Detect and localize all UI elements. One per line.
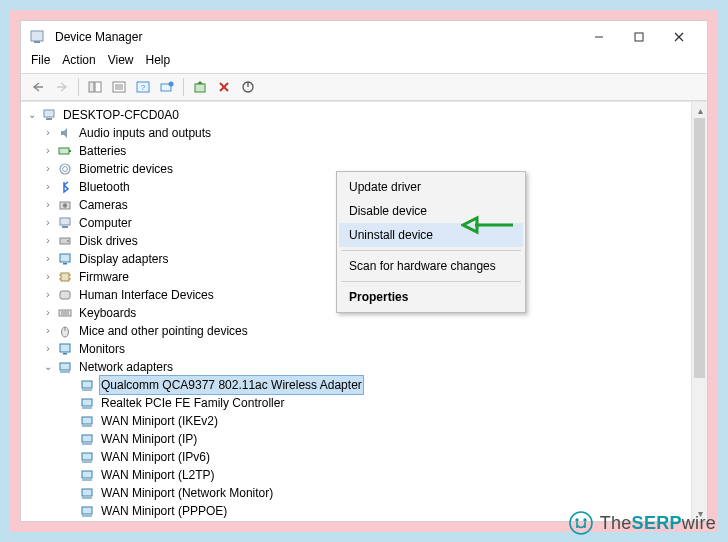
expand-icon[interactable]: › [41,288,55,302]
menu-help[interactable]: Help [146,53,171,67]
tree-device[interactable]: WAN Miniport (Network Monitor) [23,484,707,502]
category-label: Batteries [77,142,128,160]
svg-rect-60 [82,471,92,478]
expand-icon[interactable]: › [41,324,55,338]
tree-root[interactable]: ⌄ DESKTOP-CFCD0A0 [23,106,707,124]
expand-icon[interactable]: › [41,252,55,266]
network-adapter-icon [79,413,95,429]
network-adapter-icon [79,449,95,465]
spacer [63,504,77,518]
titlebar[interactable]: Device Manager [21,21,707,51]
tree-category-network-adapters[interactable]: ⌄ Network adapters [23,358,707,376]
menu-action[interactable]: Action [62,53,95,67]
network-adapter-icon [79,395,95,411]
forward-button[interactable] [51,77,73,97]
svg-rect-62 [82,489,92,496]
category-label: Bluetooth [77,178,132,196]
svg-rect-46 [60,344,70,352]
collapse-icon[interactable]: ⌄ [41,360,55,374]
svg-point-75 [575,518,578,521]
tree-device[interactable]: Qualcomm QCA9377 802.11ac Wireless Adapt… [23,376,707,394]
tree-category[interactable]: ›Audio inputs and outputs [23,124,707,142]
category-label: Biometric devices [77,160,175,178]
disable-device-button[interactable] [237,77,259,97]
expand-icon[interactable]: › [41,270,55,284]
tree-device[interactable]: WAN Miniport (IPv6) [23,448,707,466]
tree-device[interactable]: WAN Miniport (IP) [23,430,707,448]
scrollbar-thumb[interactable] [694,118,705,378]
expand-icon[interactable]: › [41,126,55,140]
expand-icon[interactable]: › [41,216,55,230]
computer-icon [41,107,57,123]
svg-rect-22 [46,118,52,120]
tree-device[interactable]: WAN Miniport (IKEv2) [23,412,707,430]
spacer [63,486,77,500]
help-button[interactable]: ? [132,77,154,97]
svg-point-74 [570,512,592,534]
scan-hardware-button[interactable] [156,77,178,97]
svg-rect-16 [195,84,205,92]
category-label: Display adapters [77,250,170,268]
collapse-icon[interactable]: ⌄ [25,108,39,122]
scroll-up-button[interactable]: ▴ [692,102,707,118]
computer-icon [57,215,73,231]
tree-category[interactable]: ›Monitors [23,340,707,358]
watermark-text: TheSERPwire [600,513,716,534]
svg-rect-58 [82,453,92,460]
network-adapter-icon [79,503,95,519]
tree-device[interactable]: Realtek PCIe FE Family Controller [23,394,707,412]
update-driver-button[interactable] [189,77,211,97]
close-button[interactable] [659,25,699,49]
svg-rect-64 [82,507,92,514]
menu-view[interactable]: View [108,53,134,67]
svg-rect-7 [95,82,101,92]
biometric-icon [57,161,73,177]
expand-icon[interactable]: › [41,144,55,158]
spacer [63,450,77,464]
spacer [63,396,77,410]
expand-icon[interactable]: › [41,306,55,320]
menu-properties[interactable]: Properties [339,285,523,309]
monitor-ic-icon [57,341,73,357]
network-adapter-icon [79,377,95,393]
watermark-logo-icon [568,510,594,536]
expand-icon[interactable]: › [41,234,55,248]
svg-rect-35 [61,273,69,281]
maximize-button[interactable] [619,25,659,49]
mouse-icon [57,323,73,339]
audio-icon [57,125,73,141]
expand-icon[interactable]: › [41,162,55,176]
expand-icon[interactable]: › [41,180,55,194]
vertical-scrollbar[interactable]: ▴ ▾ [691,102,707,521]
expand-icon[interactable]: › [41,198,55,212]
keyboard-icon [57,305,73,321]
device-label: Qualcomm QCA9377 802.11ac Wireless Adapt… [99,375,364,395]
device-label: WAN Miniport (L2TP) [99,466,217,484]
menu-update-driver[interactable]: Update driver [339,175,523,199]
svg-rect-24 [69,150,71,152]
tree-category[interactable]: ›Batteries [23,142,707,160]
svg-marker-73 [463,218,477,232]
minimize-button[interactable] [579,25,619,49]
expand-icon[interactable]: › [41,342,55,356]
category-label: Disk drives [77,232,140,250]
toolbar: ? [21,73,707,101]
menu-scan-hardware[interactable]: Scan for hardware changes [339,254,523,278]
svg-rect-30 [62,226,68,228]
tree-device[interactable]: WAN Miniport (L2TP) [23,466,707,484]
menu-file[interactable]: File [31,53,50,67]
properties-button[interactable] [108,77,130,97]
spacer [63,432,77,446]
svg-point-15 [169,82,174,87]
tree-category[interactable]: ›Mice and other pointing devices [23,322,707,340]
camera-icon [57,197,73,213]
category-label: Firmware [77,268,131,286]
show-hide-console-button[interactable] [84,77,106,97]
back-button[interactable] [27,77,49,97]
uninstall-device-button[interactable] [213,77,235,97]
svg-rect-54 [82,417,92,424]
svg-point-76 [583,518,586,521]
toolbar-separator [183,78,184,96]
category-label: Cameras [77,196,130,214]
spacer [63,378,77,392]
